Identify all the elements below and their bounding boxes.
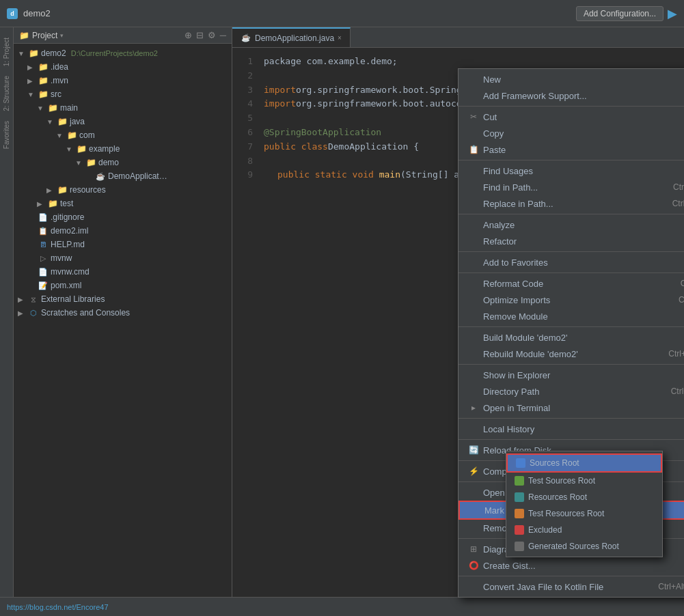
module-settings-icon	[468, 487, 479, 498]
add-configuration-button[interactable]: Add Configuration...	[576, 6, 664, 21]
md-file-icon: 🖹	[38, 239, 49, 250]
submenu-item-generated-sources-root[interactable]: Generated Sources Root	[506, 538, 662, 555]
submenu-item-test-resources-root[interactable]: Test Resources Root	[506, 505, 662, 522]
menu-item-reformat[interactable]: Reformat Code Ctrl+Alt+L	[459, 275, 684, 292]
tree-item-scratches[interactable]: ▶ ⬡ Scratches and Consoles	[14, 306, 232, 320]
tree-item-root[interactable]: ▼ 📁 demo2 D:\CurrentProjects\demo2	[14, 46, 232, 60]
app-title: demo2	[23, 8, 51, 18]
menu-item-copy[interactable]: Copy ▶	[459, 125, 684, 141]
tree-item-mvnw[interactable]: ▷ mvnw	[14, 251, 232, 265]
tree-item-mvnwcmd[interactable]: 📄 mvnw.cmd	[14, 265, 232, 279]
separator	[459, 439, 684, 440]
tree-item-main[interactable]: ▼ 📁 main	[14, 101, 232, 115]
separator	[459, 272, 684, 273]
tree-example-label: example	[89, 144, 120, 154]
tree-item-pomxml[interactable]: 📝 pom.xml	[14, 279, 232, 292]
iml-file-icon: 📋	[38, 225, 49, 236]
bottom-url[interactable]: https://blog.csdn.net/Encore47	[7, 603, 109, 611]
tree-arrow: ▼	[46, 118, 55, 126]
menu-item-add-framework[interactable]: Add Framework Support...	[459, 87, 684, 104]
menu-item-analyze[interactable]: Analyze ▶	[459, 216, 684, 233]
tree-com-label: com	[79, 130, 95, 140]
panel-tool-hide[interactable]: ─	[220, 30, 226, 40]
menu-item-show-explorer[interactable]: Show in Explorer	[459, 367, 684, 383]
editor-tab-demoapplication[interactable]: ☕ DemoApplication.java ×	[232, 27, 351, 47]
tree-test-label: test	[60, 199, 73, 208]
menu-item-local-history[interactable]: Local History ▶	[459, 421, 684, 437]
tree-item-example[interactable]: ▼ 📁 example	[14, 142, 232, 156]
menu-item-add-favorites[interactable]: Add to Favorites ▶	[459, 254, 684, 270]
submenu-item-test-sources-root[interactable]: Test Sources Root	[506, 473, 662, 489]
tree-root-path: D:\CurrentProjects\demo2	[71, 49, 158, 57]
tab-close-button[interactable]: ×	[338, 34, 342, 42]
menu-item-remove-module[interactable]: Remove Module Delete	[459, 308, 684, 324]
tree-extlibs-label: External Libraries	[41, 294, 105, 304]
menu-item-refactor[interactable]: Refactor ▶	[459, 233, 684, 249]
menu-item-replace-path[interactable]: Replace in Path... Ctrl+Shift+R	[459, 195, 684, 212]
run-button[interactable]: ▶	[668, 6, 677, 21]
line-number: 9	[239, 168, 253, 182]
menu-label-find-usages: Find Usages	[483, 166, 533, 176]
panel-tool-collapse[interactable]: ⊟	[196, 30, 204, 40]
separator	[459, 576, 684, 576]
submenu-item-excluded[interactable]: Excluded	[506, 522, 662, 538]
menu-item-optimize-imports[interactable]: Optimize Imports Ctrl+Alt+O	[459, 292, 684, 308]
tree-demo2iml-label: demo2.iml	[51, 226, 88, 236]
bottom-bar: https://blog.csdn.net/Encore47	[0, 597, 684, 616]
panel-tool-sync[interactable]: ⊕	[184, 30, 192, 40]
sidebar-tab-structure[interactable]: 2: Structure	[1, 72, 12, 115]
menu-item-dir-path[interactable]: Directory Path Ctrl+Alt+F12	[459, 383, 684, 400]
tree-item-gitignore[interactable]: 📄 .gitignore	[14, 210, 232, 224]
tree-item-idea[interactable]: ▶ 📁 .idea	[14, 60, 232, 74]
menu-label-cut: Cut	[483, 112, 497, 122]
menu-label-copy: Copy	[483, 128, 504, 139]
project-dropdown-arrow[interactable]: ▾	[60, 32, 64, 39]
line-number: 4	[239, 97, 253, 111]
menu-item-cut[interactable]: ✂ Cut Ctrl+X	[459, 109, 684, 125]
menu-item-open-terminal[interactable]: ▸ Open in Terminal	[459, 400, 684, 416]
sidebar-tab-favorites[interactable]: Favorites	[1, 117, 12, 152]
tree-item-demo[interactable]: ▼ 📁 demo	[14, 156, 232, 169]
submenu-item-sources-root[interactable]: Sources Root	[506, 453, 662, 473]
tree-item-demo2iml[interactable]: 📋 demo2.iml	[14, 224, 232, 238]
submenu-label-excluded: Excluded	[528, 525, 562, 535]
panel-tool-settings[interactable]: ⚙	[208, 30, 216, 40]
tree-item-src[interactable]: ▼ 📁 src	[14, 87, 232, 101]
tree-item-mvn[interactable]: ▶ 📁 .mvn	[14, 74, 232, 87]
menu-item-build-module[interactable]: Build Module 'demo2'	[459, 329, 684, 346]
editor-tabs: ☕ DemoApplication.java ×	[232, 27, 684, 48]
find-path-shortcut: Ctrl+Shift+F	[673, 182, 684, 192]
menu-label-add-framework: Add Framework Support...	[483, 91, 587, 101]
replace-path-icon	[468, 198, 479, 209]
separator	[459, 364, 684, 365]
tree-arrow: ▶	[27, 77, 36, 85]
tree-item-test[interactable]: ▶ 📁 test	[14, 197, 232, 210]
separator	[459, 214, 684, 214]
title-bar-actions: Add Configuration... ▶	[576, 6, 677, 21]
tree-src-label: src	[51, 89, 61, 99]
menu-item-create-gist[interactable]: ⭕ Create Gist...	[459, 557, 684, 574]
tree-item-com[interactable]: ▼ 📁 com	[14, 128, 232, 142]
tree-item-helpmd[interactable]: 🖹 HELP.md	[14, 238, 232, 251]
menu-item-paste[interactable]: 📋 Paste Ctrl+V	[459, 141, 684, 158]
line-number: 8	[239, 154, 253, 169]
submenu-item-resources-root[interactable]: Resources Root	[506, 489, 662, 505]
copy-icon	[468, 128, 479, 139]
tree-item-extlibs[interactable]: ▶ ⧖ External Libraries	[14, 292, 232, 306]
menu-item-find-path[interactable]: Find in Path... Ctrl+Shift+F	[459, 179, 684, 195]
submenu-label-sources-root: Sources Root	[530, 458, 579, 468]
tree-item-demoapplication[interactable]: ☕ DemoApplicat…	[14, 169, 232, 183]
tree-item-java[interactable]: ▼ 📁 java	[14, 115, 232, 128]
menu-item-convert-kotlin[interactable]: Convert Java File to Kotlin File Ctrl+Al…	[459, 578, 684, 595]
menu-item-find-usages[interactable]: Find Usages Alt+F7	[459, 163, 684, 179]
menu-item-rebuild-module[interactable]: Rebuild Module 'demo2' Ctrl+Shift+F9	[459, 346, 684, 362]
sidebar-tab-project[interactable]: 1: Project	[1, 34, 12, 70]
menu-label-build-module: Build Module 'demo2'	[483, 333, 567, 343]
menu-label-create-gist: Create Gist...	[483, 561, 536, 571]
tree-item-resources[interactable]: ▶ 📁 resources	[14, 183, 232, 197]
reload-icon: 🔄	[468, 445, 479, 456]
editor-area: ☕ DemoApplication.java × 1 package com.e…	[232, 27, 684, 616]
tree-arrow: ▼	[27, 91, 36, 98]
menu-item-new[interactable]: New ▶	[459, 71, 684, 87]
kotlin-shortcut: Ctrl+Alt+Shift+K	[658, 582, 684, 591]
